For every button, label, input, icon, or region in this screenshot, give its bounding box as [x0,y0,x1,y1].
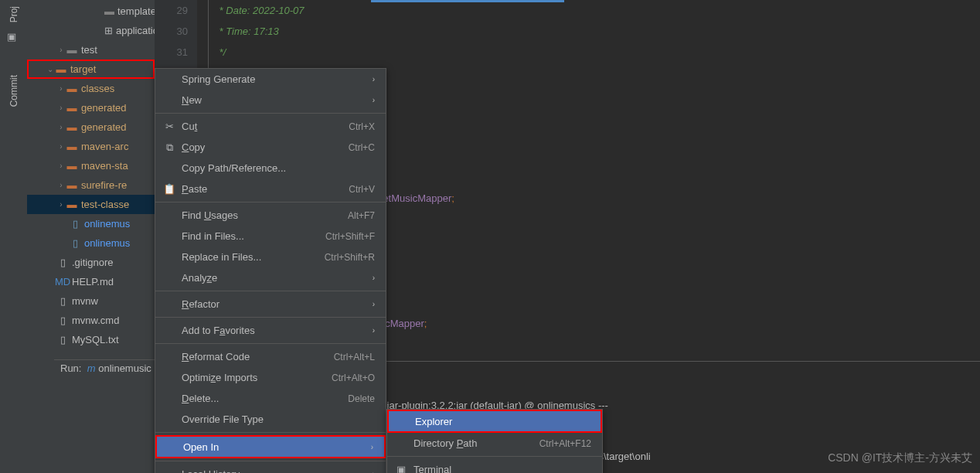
tree-file-onlinemus1[interactable]: ▯onlinemus [27,214,155,233]
chevron-right-icon: › [56,200,66,209]
menu-separator [155,317,386,318]
tree-file-mvnw-cmd[interactable]: ▯mvnw.cmd [27,311,155,330]
tree-folder-maven-arc[interactable]: ›▬maven-arc [27,137,155,156]
menu-new[interactable]: New› [155,90,386,111]
terminal-icon: ▣ [395,464,407,473]
menu-paste[interactable]: 📋PasteCtrl+V [155,179,386,199]
menu-reformat-code[interactable]: Reformat CodeCtrl+Alt+L [155,346,386,367]
menu-find-usages[interactable]: Find UsagesAlt+F7 [155,205,386,226]
folder-icon: ▬ [66,160,78,172]
chevron-right-icon: › [56,46,66,54]
menu-open-in[interactable]: Open In› [155,435,386,458]
menu-separator [155,461,386,461]
chevron-right-icon: › [56,123,66,131]
copy-icon: ⧉ [163,141,175,154]
tree-folder-templates[interactable]: ▬templates [27,2,155,21]
markdown-icon: MD [56,276,69,288]
menu-refactor[interactable]: Refactor› [155,294,386,315]
file-icon: ▯ [56,315,69,327]
menu-copy[interactable]: ⧉CopyCtrl+C [155,137,386,158]
menu-add-to-favorites[interactable]: Add to Favorites› [155,320,386,341]
maven-icon: m [87,362,96,374]
file-icon: ▯ [56,334,69,346]
chevron-right-icon: › [373,75,375,83]
tree-folder-generated1[interactable]: ›▬generated [27,98,155,117]
tree-file-help[interactable]: MDHELP.md [27,272,155,291]
folder-icon: ▬ [66,83,78,95]
submenu-terminal[interactable]: ▣Terminal [387,459,602,473]
menu-separator [387,456,602,457]
cut-icon: ✂ [163,121,175,132]
context-menu: Spring Generate› New› ✂CutCtrl+X ⧉CopyCt… [155,68,386,473]
folder-icon: ▬ [66,179,78,192]
chevron-right-icon: › [56,104,66,112]
menu-separator [155,343,386,344]
menu-local-history[interactable]: Local History› [155,464,386,473]
chevron-right-icon: › [373,470,375,473]
menu-separator [155,202,386,202]
folder-icon: ▬ [104,5,114,18]
chevron-right-icon: › [373,300,375,308]
folder-icon: ▬ [66,121,78,134]
menu-cut[interactable]: ✂CutCtrl+X [155,116,386,137]
tree-folder-generated2[interactable]: ›▬generated [27,117,155,137]
editor-tab-indicator [371,0,564,2]
tree-folder-surefire[interactable]: ›▬surefire-re [27,175,155,195]
chevron-right-icon: › [56,142,66,151]
submenu-explorer[interactable]: Explorer [387,410,602,433]
folder-icon: ▬ [55,63,67,76]
chevron-down-icon: ⌄ [46,65,55,73]
tree-file-gitignore[interactable]: ▯.gitignore [27,253,155,272]
chevron-right-icon: › [56,84,66,93]
folder-icon: ▣ [7,31,21,45]
file-icon: ▯ [56,295,69,308]
menu-find-in-files[interactable]: Find in Files...Ctrl+Shift+F [155,226,386,247]
file-icon: ▯ [69,218,81,230]
menu-separator [155,113,386,114]
chevron-right-icon: › [373,96,375,104]
tree-folder-target[interactable]: ⌄▬target [27,60,155,79]
tree-file-mvnw[interactable]: ▯mvnw [27,291,155,311]
file-icon: ▯ [69,237,81,250]
menu-delete[interactable]: Delete...Delete [155,388,386,409]
tree-folder-maven-sta[interactable]: ›▬maven-sta [27,156,155,175]
menu-separator [155,291,386,291]
project-tool-label[interactable]: Proj [6,4,22,25]
menu-spring-generate[interactable]: Spring Generate› [155,69,386,90]
chevron-right-icon: › [371,443,373,451]
menu-replace-in-files[interactable]: Replace in Files...Ctrl+Shift+R [155,247,386,267]
tree-file-mysql[interactable]: ▯MySQL.txt [27,330,155,349]
paste-icon: 📋 [163,183,175,195]
menu-analyze[interactable]: Analyze› [155,267,386,288]
watermark: CSDN @IT技术博主-方兴未艾 [828,451,972,465]
menu-separator [155,432,386,433]
menu-copy-path[interactable]: Copy Path/Reference... [155,158,386,179]
folder-icon: ▬ [66,199,78,211]
chevron-right-icon: › [373,274,375,282]
chevron-right-icon: › [56,181,66,189]
tree-file-app-props[interactable]: ⊞application.properties [27,21,155,40]
project-tree: ▬templates ⊞application.properties ›▬tes… [27,0,155,473]
tree-file-onlinemus2[interactable]: ▯onlinemus [27,233,155,253]
menu-optimize-imports[interactable]: Optimize ImportsCtrl+Alt+O [155,367,386,388]
tree-folder-test-classes[interactable]: ›▬test-classe [27,195,155,214]
properties-icon: ⊞ [104,25,113,37]
menu-override-file-type[interactable]: Override File Type [155,409,386,430]
file-icon: ▯ [56,257,69,269]
tree-folder-classes[interactable]: ›▬classes [27,79,155,98]
folder-icon: ▬ [66,102,78,114]
commit-tool-label[interactable]: Commit [6,73,22,109]
folder-icon: ▬ [66,44,78,56]
submenu-directory-path[interactable]: Directory PathCtrl+Alt+F12 [387,433,602,454]
submenu-open-in: Explorer Directory PathCtrl+Alt+F12 ▣Ter… [386,409,603,473]
left-tool-rail: Proj ▣ Commit [0,0,27,473]
chevron-right-icon: › [373,326,375,335]
chevron-right-icon: › [56,162,66,170]
tree-folder-test[interactable]: ›▬test [27,40,155,60]
folder-icon: ▬ [66,141,78,153]
